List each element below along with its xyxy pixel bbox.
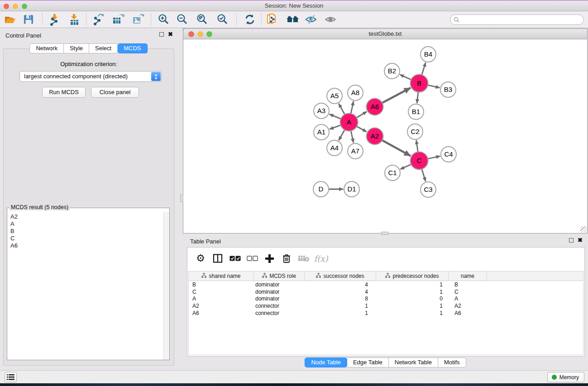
column-header-name[interactable]: name xyxy=(449,272,487,281)
node-B1[interactable]: B1 xyxy=(408,104,424,119)
open-session-icon[interactable] xyxy=(3,13,17,26)
export-image-icon[interactable] xyxy=(131,13,145,26)
criterion-dropdown[interactable]: largest connected component (directed) ▲… xyxy=(19,71,162,82)
zoom-fit-icon[interactable] xyxy=(196,13,209,26)
result-list-item[interactable]: B xyxy=(10,228,163,235)
close-panel-icon[interactable]: ✖ xyxy=(168,32,173,37)
table-row[interactable]: Adominator80A xyxy=(189,295,583,302)
table-cell[interactable]: connector xyxy=(254,310,305,316)
new-network-from-selection-icon[interactable] xyxy=(266,13,279,26)
result-list-item[interactable]: C xyxy=(10,235,163,242)
hide-selected-icon[interactable] xyxy=(304,13,318,26)
search-field[interactable] xyxy=(450,14,584,25)
export-network-icon[interactable] xyxy=(92,13,105,26)
network-zoom-button[interactable] xyxy=(206,31,212,37)
mcds-result-list[interactable]: A2ABCA6 xyxy=(7,212,163,360)
column-chooser-icon[interactable] xyxy=(209,251,226,266)
first-neighbors-icon[interactable] xyxy=(286,13,300,26)
tab-node-table[interactable]: Node Table xyxy=(305,357,347,367)
column-header-successor-nodes[interactable]: successor nodes xyxy=(305,272,376,281)
table-cell[interactable]: 4 xyxy=(305,281,376,288)
table-cell[interactable]: A xyxy=(449,295,487,302)
export-table-icon[interactable] xyxy=(111,13,125,26)
result-scrollbar[interactable] xyxy=(163,212,169,360)
table-row[interactable]: A2connector11A2 xyxy=(189,302,583,310)
result-list-item[interactable]: A2 xyxy=(10,213,163,220)
node-C1[interactable]: C1 xyxy=(385,165,400,181)
node-B2[interactable]: B2 xyxy=(384,63,400,79)
node-C2[interactable]: C2 xyxy=(407,124,423,139)
table-cell[interactable]: 1 xyxy=(376,281,449,288)
table-cell[interactable]: A6 xyxy=(449,310,487,316)
table-cell[interactable]: A2 xyxy=(189,303,254,309)
table-cell[interactable]: 1 xyxy=(376,310,449,316)
tab-network-table[interactable]: Network Table xyxy=(389,357,438,367)
table-row[interactable]: A6connector11A6 xyxy=(189,310,583,317)
table-cell[interactable]: B xyxy=(189,281,254,288)
table-cell[interactable]: C xyxy=(189,289,254,295)
refresh-icon[interactable] xyxy=(243,13,257,26)
column-header-shared-name[interactable]: shared name xyxy=(189,272,254,281)
tab-motifs[interactable]: Motifs xyxy=(438,357,466,367)
zoom-in-icon[interactable] xyxy=(157,13,171,26)
node-D1[interactable]: D1 xyxy=(344,181,359,197)
table-cell[interactable]: B xyxy=(449,281,487,288)
table-cell[interactable]: C xyxy=(449,289,487,295)
resize-grip-icon[interactable] xyxy=(580,226,587,233)
table-cell[interactable]: 1 xyxy=(376,303,449,309)
result-list-item[interactable]: A6 xyxy=(10,242,163,249)
run-mcds-button[interactable]: Run MCDS xyxy=(42,87,86,98)
tab-network[interactable]: Network xyxy=(29,43,64,53)
import-table-icon[interactable] xyxy=(67,13,81,26)
show-all-icon[interactable] xyxy=(324,13,337,26)
column-header-MCDS-role[interactable]: MCDS role xyxy=(254,272,305,281)
tab-select[interactable]: Select xyxy=(89,43,118,53)
select-all-icon[interactable] xyxy=(226,251,244,266)
table-cell[interactable]: dominator xyxy=(254,281,305,288)
add-column-icon[interactable] xyxy=(261,251,278,266)
float-table-panel-icon[interactable] xyxy=(569,238,574,243)
tab-edge-table[interactable]: Edge Table xyxy=(347,357,389,367)
network-minimize-button[interactable] xyxy=(197,31,203,37)
table-cell[interactable]: A xyxy=(189,295,254,302)
table-cell[interactable]: 1 xyxy=(305,303,376,309)
node-B[interactable]: B xyxy=(411,75,428,92)
task-history-button[interactable] xyxy=(5,372,17,382)
close-table-panel-icon[interactable]: ✖ xyxy=(578,238,583,243)
table-cell[interactable]: dominator xyxy=(254,295,305,302)
delete-column-icon[interactable] xyxy=(278,251,295,266)
table-cell[interactable]: 1 xyxy=(376,289,449,295)
search-input[interactable] xyxy=(461,17,583,23)
close-panel-button[interactable]: Close panel xyxy=(91,87,139,98)
node-C3[interactable]: C3 xyxy=(421,182,436,197)
memory-button[interactable]: Memory xyxy=(547,372,584,382)
settings-gear-icon[interactable]: ⚙ xyxy=(192,251,209,266)
node-A3[interactable]: A3 xyxy=(314,103,329,119)
table-cell[interactable]: 0 xyxy=(376,295,449,302)
node-A8[interactable]: A8 xyxy=(348,85,363,100)
node-A[interactable]: A xyxy=(340,114,358,131)
save-session-icon[interactable] xyxy=(22,13,35,26)
tab-mcds[interactable]: MCDS xyxy=(118,43,147,53)
table-cell[interactable]: 4 xyxy=(305,289,376,295)
network-window-titlebar[interactable]: testGlobe.txt xyxy=(183,29,587,39)
node-A4[interactable]: A4 xyxy=(327,140,342,156)
minimize-window-button[interactable] xyxy=(13,4,18,9)
node-A7[interactable]: A7 xyxy=(348,143,363,159)
node-B4[interactable]: B4 xyxy=(421,47,436,62)
node-A6[interactable]: A6 xyxy=(367,99,383,115)
node-B3[interactable]: B3 xyxy=(440,82,456,97)
close-window-button[interactable] xyxy=(4,4,9,9)
split-handle-bottom[interactable] xyxy=(381,232,388,235)
table-cell[interactable]: dominator xyxy=(254,289,305,295)
table-row[interactable]: Bdominator41B xyxy=(189,281,583,288)
float-panel-icon[interactable] xyxy=(159,32,164,37)
table-cell[interactable]: 1 xyxy=(305,310,376,316)
network-close-button[interactable] xyxy=(188,31,194,37)
node-A2[interactable]: A2 xyxy=(367,128,383,145)
result-list-item[interactable]: A xyxy=(10,220,163,228)
table-cell[interactable]: connector xyxy=(254,303,305,309)
table-cell[interactable]: 8 xyxy=(305,295,376,302)
node-A1[interactable]: A1 xyxy=(314,124,329,140)
table-row[interactable]: Cdominator41C xyxy=(189,288,583,295)
